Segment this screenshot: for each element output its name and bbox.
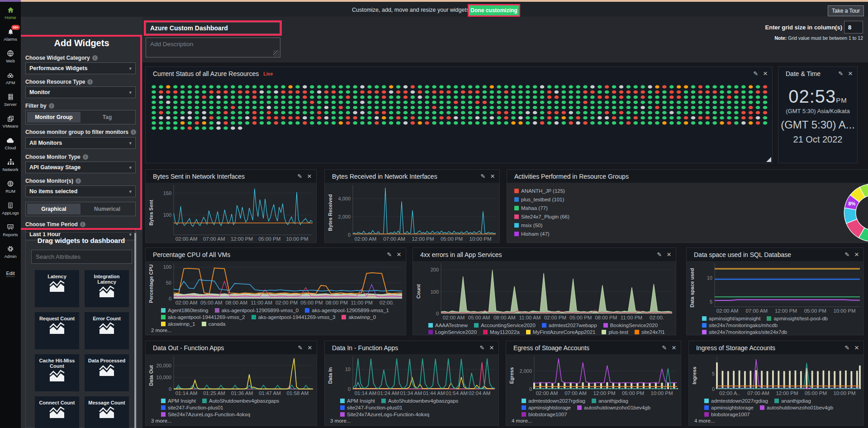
sidebar-item-edit[interactable]: Edit — [0, 263, 21, 284]
legend-more-link[interactable]: 3 more... — [325, 417, 498, 425]
widget-tile-cache-hit-miss-count[interactable]: Cache Hit-Miss Count — [35, 354, 79, 391]
legend-item[interactable]: canada — [202, 321, 226, 327]
resource-type-dropdown[interactable]: Monitor▾ — [25, 86, 136, 98]
legend-item[interactable]: Hisham (47) — [514, 231, 656, 237]
legend-item[interactable]: MyFirstAzureCoreApp2021 — [526, 329, 596, 335]
legend-item[interactable]: akswinnp_0 — [342, 314, 376, 320]
legend-item[interactable]: Site24x7AzureLogs-Function-4okxq — [161, 412, 250, 417]
legend-item[interactable]: Mahaa (77) — [514, 205, 656, 211]
legend-item[interactable]: blobstorage1007 — [522, 412, 567, 417]
sidebar-item-rum[interactable]: RUM — [0, 176, 21, 197]
legend-item[interactable]: AutoShutdownbev4gbaszgaps — [202, 398, 279, 404]
sidebar-item-apm[interactable]: APM — [0, 67, 21, 89]
legend-item[interactable]: ANANTH_JP (125) — [514, 188, 656, 194]
legend-item[interactable]: APM Insight — [161, 398, 196, 404]
monitor-group-dropdown[interactable]: All Monitors▾ — [25, 137, 136, 149]
legend-item[interactable]: aks-agentpool-12905899-vmss_0 — [215, 308, 299, 313]
sidebar-item-applogs[interactable]: AppLogs — [0, 198, 21, 219]
edit-widget-icon[interactable]: ✎ — [297, 173, 302, 180]
legend-item[interactable]: May112022a — [483, 329, 520, 335]
legend-item[interactable]: admtest2027webapp — [542, 323, 597, 328]
legend-item[interactable]: aks-agentpool-12905899-vmss_1 — [305, 308, 389, 313]
description-resize-handle[interactable] — [273, 50, 280, 57]
edit-widget-icon[interactable]: ✎ — [838, 70, 843, 77]
legend-item[interactable]: apminsightstorage — [522, 405, 571, 410]
widget-tile-request-count[interactable]: Request Count — [35, 312, 79, 349]
sidebar-item-server[interactable]: Server — [0, 89, 21, 110]
sidebar-item-web[interactable]: Web — [0, 46, 21, 67]
legend-item[interactable]: autoshutdownzoho01bev4gb — [760, 405, 833, 410]
edit-widget-icon[interactable]: ✎ — [753, 70, 758, 77]
legend-item[interactable]: site24x7l1 — [635, 329, 665, 335]
sidebar-item-vmware[interactable]: VMware — [0, 111, 21, 132]
legend-item[interactable]: plus_testbed (101) — [514, 197, 656, 202]
grid-size-input[interactable] — [844, 21, 863, 33]
edit-widget-icon[interactable]: ✎ — [480, 173, 485, 180]
close-widget-icon[interactable]: × — [308, 344, 312, 352]
monitors-dropdown[interactable]: No items selected▾ — [25, 185, 136, 197]
monitor-type-dropdown[interactable]: API Gateway Stage▾ — [25, 162, 136, 173]
legend-item[interactable]: site247-Function-plus01 — [340, 405, 403, 410]
legend-item[interactable]: plus-test — [602, 329, 628, 335]
sidebar-item-network[interactable]: Network — [0, 154, 21, 176]
close-widget-icon[interactable]: × — [489, 344, 494, 352]
legend-item[interactable]: admtestdown2027rgdiag — [704, 398, 768, 404]
legend-item[interactable]: AccountingService2020 — [474, 323, 536, 328]
close-widget-icon[interactable]: × — [854, 251, 859, 258]
edit-widget-icon[interactable]: ✎ — [479, 344, 484, 351]
widget-tile-latency[interactable]: Latency — [35, 270, 79, 307]
edit-widget-icon[interactable]: ✎ — [298, 344, 303, 351]
sidebar-item-alarms[interactable]: 99+Alarms — [0, 24, 21, 45]
legend-more-link[interactable]: 2 more... — [146, 327, 406, 335]
legend-more-link[interactable]: 4 more... — [689, 417, 863, 425]
edit-widget-icon[interactable]: ✎ — [844, 344, 849, 351]
legend-item[interactable]: admtestdown2027rgdiag — [522, 398, 585, 404]
numerical-option[interactable]: Numerical — [81, 204, 134, 214]
legend-item[interactable]: site247-Function-plus01 — [161, 405, 223, 410]
dashboard-description-input[interactable] — [146, 38, 280, 57]
legend-item[interactable]: Site24x7AzureLogs-Function-4okxq — [340, 412, 429, 417]
widget-tile-message-count[interactable]: Message Count — [85, 396, 129, 428]
close-widget-icon[interactable]: × — [848, 70, 853, 77]
dashboard-title-input[interactable] — [146, 22, 280, 34]
sidebar-item-cloud[interactable]: Cloud — [0, 133, 21, 154]
close-widget-icon[interactable]: × — [397, 251, 401, 258]
legend-item[interactable]: autoshutdownzoho01bev4gb — [577, 405, 650, 410]
legend-item[interactable]: ananthjpdiag — [774, 398, 811, 404]
legend-item[interactable]: APM Insight — [340, 398, 375, 404]
legend-item[interactable]: AAAATestnew — [428, 323, 468, 328]
graphical-option[interactable]: Graphical — [27, 204, 81, 214]
close-widget-icon[interactable]: × — [490, 172, 495, 180]
legend-more-link[interactable]: 4 more... — [506, 417, 681, 425]
legend-item[interactable]: blobstorage1007 — [704, 412, 750, 417]
sidebar-item-admin[interactable]: Admin — [0, 241, 21, 262]
close-widget-icon[interactable]: × — [307, 172, 312, 180]
legend-item[interactable]: AutoShutdownbev4gbaszgaps — [381, 398, 458, 404]
legend-more-link[interactable]: 3 more... — [146, 417, 317, 425]
legend-item[interactable]: site24x7monitoringaks/site24x7db — [702, 329, 787, 335]
widget-tile-data-processed[interactable]: Data Processed — [85, 354, 129, 391]
edit-widget-icon[interactable]: ✎ — [387, 251, 392, 258]
widget-resize-handle[interactable] — [766, 157, 771, 162]
sidebar-item-home[interactable]: Home — [0, 2, 21, 24]
legend-item[interactable]: Agent1860testing — [161, 308, 209, 313]
filter-tag-option[interactable]: Tag — [81, 112, 134, 123]
filter-monitor-group-option[interactable]: Monitor Group — [27, 112, 81, 123]
widget-tile-integration-latency[interactable]: Integration Latency — [85, 270, 129, 307]
edit-widget-icon[interactable]: ✎ — [662, 344, 667, 351]
close-widget-icon[interactable]: × — [672, 344, 676, 352]
done-customizing-button[interactable]: Done customizing — [468, 4, 520, 17]
sidebar-item-reports[interactable]: Reports — [0, 219, 21, 241]
panel-scrollbar[interactable] — [134, 233, 136, 428]
widget-tile-connect-count[interactable]: Connect Count — [35, 396, 79, 428]
legend-item[interactable]: LoginService2020 — [428, 329, 477, 335]
take-a-tour-button[interactable]: Take a Tour — [828, 5, 864, 16]
close-widget-icon[interactable]: × — [854, 344, 859, 352]
close-widget-icon[interactable]: × — [763, 70, 768, 77]
legend-item[interactable]: aks-agentpool-19441269-vmss_2 — [161, 314, 245, 320]
legend-item[interactable]: msix (50) — [514, 223, 656, 228]
search-attributes-input[interactable] — [31, 250, 132, 264]
close-widget-icon[interactable]: × — [667, 251, 671, 258]
edit-widget-icon[interactable]: ✎ — [844, 251, 849, 258]
legend-item[interactable]: BookingService2020 — [603, 323, 658, 328]
